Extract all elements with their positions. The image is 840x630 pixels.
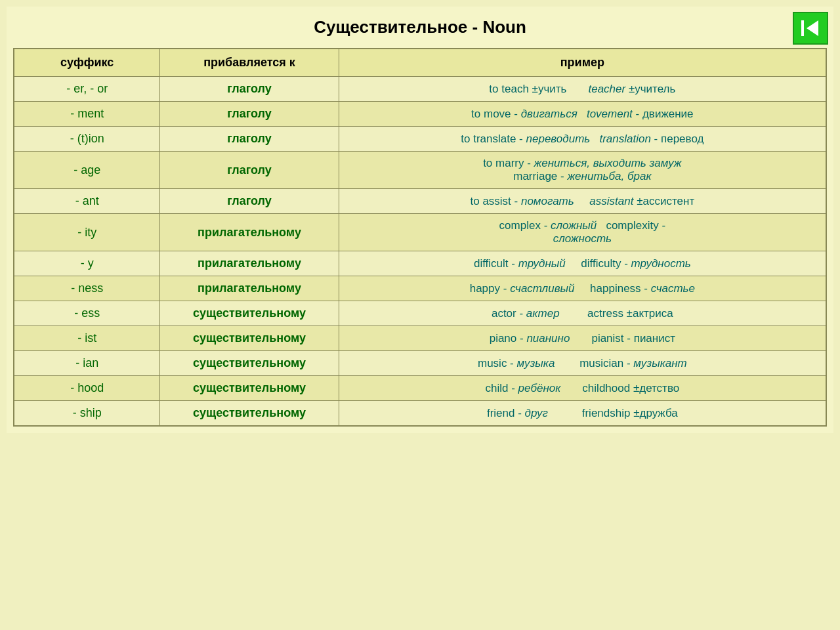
table-row: - er, - orглаголуto teach ±учить teacher…	[14, 77, 826, 102]
page-title: Существительное - Noun	[13, 13, 827, 41]
suffix-cell: - ist	[14, 326, 160, 351]
added-to-cell: существительному	[160, 401, 339, 427]
table-row: - nessприлагательномуhappy - счастливый …	[14, 276, 826, 301]
suffix-cell: - ment	[14, 102, 160, 127]
example-cell: to assist - помогать assistant ±ассистен…	[339, 189, 826, 214]
table-row: - mentглаголуto move - двигаться tovemen…	[14, 102, 826, 127]
suffix-cell: - ess	[14, 301, 160, 326]
example-cell: to teach ±учить teacher ±учитель	[339, 77, 826, 102]
example-cell: to translate - переводить translation - …	[339, 127, 826, 152]
suffix-cell: - (t)ion	[14, 127, 160, 152]
added-to-cell: существительному	[160, 301, 339, 326]
svg-marker-1	[807, 20, 818, 36]
header-example: пример	[339, 49, 826, 77]
example-cell: to move - двигаться tovement - движение	[339, 102, 826, 127]
added-to-cell: глаголу	[160, 77, 339, 102]
example-cell: friend - друг friendship ±дружба	[339, 401, 826, 427]
example-cell: to marry - жениться, выходить замужmarri…	[339, 152, 826, 189]
table-row: - ianсуществительномуmusic - музыка musi…	[14, 351, 826, 376]
suffix-cell: - age	[14, 152, 160, 189]
added-to-cell: прилагательному	[160, 276, 339, 301]
example-cell: child - ребёнок childhood ±детство	[339, 376, 826, 401]
added-to-cell: существительному	[160, 376, 339, 401]
back-icon[interactable]	[793, 12, 828, 45]
suffix-cell: - er, - or	[14, 77, 160, 102]
table-row: - hoodсуществительномуchild - ребёнок ch…	[14, 376, 826, 401]
suffix-cell: - hood	[14, 376, 160, 401]
suffix-cell: - y	[14, 251, 160, 276]
noun-suffixes-table: суффикс прибавляется к пример - er, - or…	[13, 48, 827, 427]
suffix-cell: - ness	[14, 276, 160, 301]
suffix-cell: - ity	[14, 214, 160, 251]
header-added-to: прибавляется к	[160, 49, 339, 77]
suffix-cell: - ant	[14, 189, 160, 214]
table-row: - ageглаголуto marry - жениться, выходит…	[14, 152, 826, 189]
svg-rect-0	[801, 20, 804, 36]
suffix-cell: - ian	[14, 351, 160, 376]
header-suffix: суффикс	[14, 49, 160, 77]
added-to-cell: прилагательному	[160, 251, 339, 276]
added-to-cell: глаголу	[160, 102, 339, 127]
added-to-cell: существительному	[160, 351, 339, 376]
table-row: - shipсуществительномуfriend - друг frie…	[14, 401, 826, 427]
added-to-cell: прилагательному	[160, 214, 339, 251]
example-cell: difficult - трудный difficulty - труднос…	[339, 251, 826, 276]
table-row: - ityприлагательномуcomplex - сложный co…	[14, 214, 826, 251]
suffix-cell: - ship	[14, 401, 160, 427]
example-cell: happy - счастливый happiness - счастье	[339, 276, 826, 301]
example-cell: music - музыка musician - музыкант	[339, 351, 826, 376]
added-to-cell: глаголу	[160, 189, 339, 214]
example-cell: complex - сложный complexity -сложность	[339, 214, 826, 251]
table-row: - istсуществительномуpiano - пианино pia…	[14, 326, 826, 351]
example-cell: piano - пианино pianist - пианист	[339, 326, 826, 351]
added-to-cell: глаголу	[160, 152, 339, 189]
added-to-cell: глаголу	[160, 127, 339, 152]
table-row: - (t)ionглаголуto translate - переводить…	[14, 127, 826, 152]
example-cell: actor - актер actress ±актриса	[339, 301, 826, 326]
table-row: - antглаголуto assist - помогать assista…	[14, 189, 826, 214]
table-row: - essсуществительномуactor - актер actre…	[14, 301, 826, 326]
page-wrapper: Существительное - Noun суффикс прибавляе…	[7, 7, 833, 433]
added-to-cell: существительному	[160, 326, 339, 351]
table-row: - yприлагательномуdifficult - трудный di…	[14, 251, 826, 276]
